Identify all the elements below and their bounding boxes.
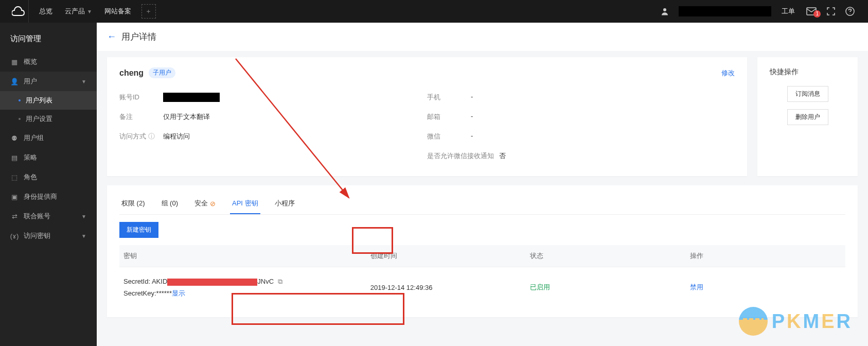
back-arrow-icon[interactable]: ←: [107, 31, 116, 42]
tab-apikey[interactable]: API 密钥: [230, 195, 260, 214]
key-table: 密钥 创建时间 状态 操作 SecretId: AKIDJNvC ⧉ Secre…: [119, 245, 845, 308]
nav-add-button[interactable]: ＋: [141, 4, 156, 19]
watermark: PKMER: [739, 307, 853, 336]
sidebar-item-federate[interactable]: ⇄联合账号▼: [0, 206, 97, 226]
main-content: ← 用户详情 cheng 子用户 修改 账号ID 备注仅用于文本翻译 访问方式 …: [97, 23, 868, 346]
value-wechat: -: [471, 132, 473, 141]
sidebar-item-usersetting[interactable]: 用户设置: [0, 110, 97, 128]
value-access: 编程访问: [163, 132, 190, 141]
sidebar-item-role[interactable]: ⬚角色: [0, 167, 97, 187]
label-access: 访问方式 ⓘ: [119, 132, 163, 141]
sidebar-item-user[interactable]: 👤用户▼: [0, 72, 97, 91]
user-icon[interactable]: [655, 7, 675, 16]
cloud-logo[interactable]: [8, 0, 29, 23]
th-key: 密钥: [119, 245, 366, 267]
subuser-badge: 子用户: [149, 67, 175, 78]
delete-user-button[interactable]: 删除用户: [787, 109, 828, 125]
page-header: ← 用户详情: [97, 23, 868, 51]
tabs: 权限 (2) 组 (0) 安全 ⊘ API 密钥 小程序: [119, 195, 845, 215]
copy-icon[interactable]: ⧉: [278, 278, 282, 285]
value-remark: 仅用于文本翻译: [163, 112, 210, 122]
tab-security[interactable]: 安全 ⊘: [192, 195, 218, 214]
label-phone: 手机: [427, 93, 471, 102]
quick-title: 快捷操作: [770, 67, 845, 77]
sidebar: 访问管理 ▦概览 👤用户▼ 用户列表 用户设置 ⚉用户组 ▤策略 ⬚角色 ▣身份…: [0, 23, 97, 346]
tab-groups[interactable]: 组 (0): [160, 195, 181, 214]
account-name-redacted: [679, 6, 771, 16]
users-icon: ⚉: [10, 134, 19, 142]
help-icon[interactable]: [840, 7, 860, 16]
edit-link[interactable]: 修改: [721, 68, 735, 78]
show-secretkey-link[interactable]: 显示: [172, 289, 185, 297]
user-name: cheng: [119, 68, 144, 78]
tabs-card: 权限 (2) 组 (0) 安全 ⊘ API 密钥 小程序 新建密钥 密钥 创建时…: [107, 185, 858, 317]
grid-icon: ▦: [10, 58, 19, 66]
key-icon: (ɤ): [10, 232, 19, 240]
chevron-down-icon: ▼: [81, 233, 86, 239]
sidebar-item-overview[interactable]: ▦概览: [0, 52, 97, 72]
label-email: 邮箱: [427, 112, 471, 122]
chevron-down-icon: ▼: [81, 79, 86, 84]
user-info-card: cheng 子用户 修改 账号ID 备注仅用于文本翻译 访问方式 ⓘ编程访问 手…: [107, 57, 747, 176]
link-icon: ⇄: [10, 212, 19, 220]
nav-beian[interactable]: 网站备案: [98, 0, 137, 23]
svg-point-0: [663, 8, 666, 11]
fullscreen-icon[interactable]: [822, 7, 840, 15]
sidebar-item-accesskey[interactable]: (ɤ)访问密钥▼: [0, 226, 97, 246]
cloud-icon: [12, 6, 25, 16]
label-wechat-notify: 是否允许微信接收通知: [427, 151, 499, 161]
cell-status: 已启用: [526, 267, 685, 308]
sidebar-item-policy[interactable]: ▤策略: [0, 148, 97, 167]
value-email: -: [471, 112, 473, 122]
cell-key: SecretId: AKIDJNvC ⧉ SecretKey:******显示: [119, 267, 366, 308]
subscribe-button[interactable]: 订阅消息: [787, 86, 828, 102]
label-remark: 备注: [119, 112, 163, 122]
tab-miniapp[interactable]: 小程序: [273, 195, 297, 214]
watermark-logo: [739, 307, 768, 336]
quick-actions-card: 快捷操作 订阅消息 删除用户: [757, 57, 858, 176]
value-phone: -: [471, 93, 473, 102]
th-created: 创建时间: [366, 245, 526, 267]
label-wechat: 微信: [427, 132, 471, 141]
table-row: SecretId: AKIDJNvC ⧉ SecretKey:******显示 …: [119, 267, 845, 308]
mail-badge: 1: [813, 10, 821, 18]
nav-products[interactable]: 云产品 ▼: [59, 0, 98, 23]
account-id-redacted: [163, 93, 220, 102]
warning-icon: ⊘: [210, 200, 216, 207]
create-key-button[interactable]: 新建密钥: [119, 222, 158, 238]
chevron-down-icon: ▼: [81, 214, 86, 219]
value-wechat-notify: 否: [499, 151, 506, 161]
idp-icon: ▣: [10, 193, 19, 201]
watermark-text: PKMER: [772, 310, 853, 333]
mail-icon[interactable]: 1: [801, 7, 822, 15]
role-icon: ⬚: [10, 173, 19, 181]
th-action: 操作: [686, 245, 845, 267]
disable-key-link[interactable]: 禁用: [690, 283, 703, 291]
sidebar-item-userlist[interactable]: 用户列表: [0, 91, 97, 110]
page-title: 用户详情: [121, 31, 156, 43]
info-icon: ⓘ: [148, 132, 155, 141]
doc-icon: ▤: [10, 153, 19, 162]
th-status: 状态: [526, 245, 685, 267]
chevron-down-icon: ▼: [87, 9, 92, 14]
label-account-id: 账号ID: [119, 93, 163, 102]
sidebar-title: 访问管理: [0, 30, 97, 52]
secretid-redacted: [167, 279, 257, 286]
nav-ticket[interactable]: 工单: [775, 0, 801, 23]
cell-created: 2019-12-14 12:49:36: [366, 267, 526, 308]
sidebar-item-idp[interactable]: ▣身份提供商: [0, 187, 97, 206]
user-icon: 👤: [10, 77, 19, 85]
tab-permissions[interactable]: 权限 (2): [119, 195, 147, 214]
nav-overview[interactable]: 总览: [33, 0, 59, 23]
sidebar-item-group[interactable]: ⚉用户组: [0, 128, 97, 148]
